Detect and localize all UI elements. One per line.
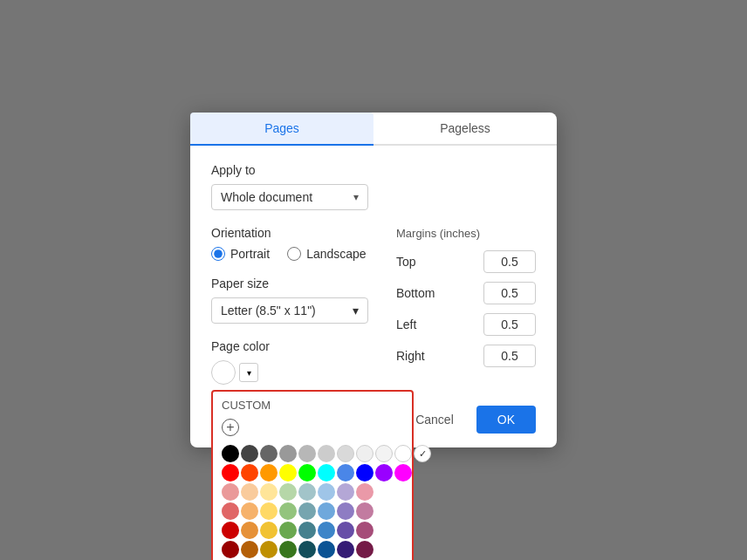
color-cell[interactable] <box>318 541 335 558</box>
color-cell[interactable] <box>260 541 278 558</box>
color-cell[interactable] <box>241 522 258 539</box>
margins-label: Margins <box>396 227 440 240</box>
add-custom-color-row[interactable]: + <box>222 419 403 436</box>
margin-left-row: Left <box>396 313 536 336</box>
color-cell[interactable] <box>356 445 374 462</box>
color-cell[interactable] <box>279 541 297 558</box>
color-cell[interactable] <box>241 502 258 520</box>
margins-section: Margins (inches) Top Bottom Left Right <box>396 226 536 395</box>
landscape-radio[interactable] <box>287 247 301 261</box>
dialog-body: Apply to Whole document ▾ Orientation Po… <box>190 163 557 395</box>
margin-right-row: Right <box>396 345 536 367</box>
tab-pageless[interactable]: Pageless <box>374 113 557 146</box>
color-cell[interactable] <box>260 483 278 501</box>
color-cell[interactable] <box>279 522 297 539</box>
color-cell[interactable] <box>298 522 316 539</box>
color-cell[interactable] <box>279 464 297 481</box>
color-cell[interactable] <box>356 522 374 539</box>
color-cell[interactable] <box>222 445 239 462</box>
color-cell[interactable] <box>241 464 258 481</box>
custom-color-popup: CUSTOM + <box>211 390 414 560</box>
top-input[interactable] <box>483 250 536 273</box>
color-cell[interactable] <box>337 445 354 462</box>
color-cell[interactable] <box>222 522 239 539</box>
color-cell[interactable] <box>298 464 316 481</box>
tab-bar: Pages Pageless <box>190 113 557 146</box>
color-dropdown-button[interactable]: ▾ <box>239 363 258 382</box>
portrait-radio-label[interactable]: Portrait <box>211 247 270 261</box>
margin-top-row: Top <box>396 250 536 273</box>
color-cell[interactable] <box>356 502 374 520</box>
color-cell[interactable] <box>222 541 239 558</box>
color-cell[interactable] <box>222 502 239 520</box>
color-cell[interactable] <box>356 541 374 558</box>
color-cell[interactable] <box>414 445 431 462</box>
custom-label: CUSTOM <box>222 399 403 412</box>
color-cell[interactable] <box>337 541 354 558</box>
color-cell[interactable] <box>260 522 278 539</box>
color-grid <box>222 445 403 560</box>
apply-to-value: Whole document <box>221 190 312 204</box>
color-cell[interactable] <box>279 445 297 462</box>
color-cell[interactable] <box>279 483 297 501</box>
color-cell[interactable] <box>337 483 354 501</box>
color-cell[interactable] <box>279 502 297 520</box>
main-columns: Orientation Portrait Landscape Paper siz… <box>211 226 536 395</box>
paper-size-dropdown[interactable]: Letter (8.5" x 11") ▾ <box>211 297 368 324</box>
color-cell[interactable] <box>318 502 335 520</box>
page-color-section: Page color ▾ <box>211 339 375 385</box>
bottom-label: Bottom <box>396 286 435 300</box>
orientation-row: Portrait Landscape <box>211 247 375 261</box>
orientation-label: Orientation <box>211 226 375 240</box>
landscape-radio-label[interactable]: Landscape <box>287 247 367 261</box>
portrait-radio[interactable] <box>211 247 225 261</box>
color-cell[interactable] <box>337 522 354 539</box>
paper-size-value: Letter (8.5" x 11") <box>221 304 316 318</box>
color-cell[interactable] <box>394 464 412 481</box>
color-cell[interactable] <box>356 483 374 501</box>
color-cell[interactable] <box>375 464 393 481</box>
page-setup-dialog: Pages Pageless Apply to Whole document ▾… <box>190 113 557 447</box>
page-color-label: Page color <box>211 339 375 353</box>
color-cell[interactable] <box>356 464 374 481</box>
color-swatch-button[interactable] <box>211 360 236 385</box>
color-cell[interactable] <box>337 464 354 481</box>
color-cell[interactable] <box>298 541 316 558</box>
tab-pages[interactable]: Pages <box>190 113 374 146</box>
color-cell[interactable] <box>260 502 278 520</box>
color-cell[interactable] <box>241 483 258 501</box>
apply-to-dropdown[interactable]: Whole document ▾ <box>211 184 368 210</box>
color-cell[interactable] <box>298 445 316 462</box>
margins-title: Margins (inches) <box>396 226 536 240</box>
left-label: Left <box>396 318 435 331</box>
landscape-label: Landscape <box>306 247 367 261</box>
margin-bottom-row: Bottom <box>396 282 536 304</box>
color-cell[interactable] <box>260 464 278 481</box>
color-cell[interactable] <box>241 541 258 558</box>
color-cell[interactable] <box>318 464 335 481</box>
bottom-input[interactable] <box>483 282 536 304</box>
left-column: Orientation Portrait Landscape Paper siz… <box>211 226 375 395</box>
color-cell[interactable] <box>298 483 316 501</box>
right-label: Right <box>396 349 435 363</box>
color-cell[interactable] <box>222 464 239 481</box>
color-cell[interactable] <box>318 445 335 462</box>
color-cell[interactable] <box>222 483 239 501</box>
color-cell[interactable] <box>318 483 335 501</box>
portrait-label: Portrait <box>230 247 270 261</box>
color-cell[interactable] <box>260 445 278 462</box>
add-icon: + <box>222 419 239 436</box>
color-button-row: ▾ <box>211 360 375 385</box>
ok-button[interactable]: OK <box>476 406 536 434</box>
color-cell[interactable] <box>241 445 258 462</box>
color-cell[interactable] <box>298 502 316 520</box>
color-cell[interactable] <box>318 522 335 539</box>
paper-size-arrow-icon: ▾ <box>353 304 359 318</box>
left-input[interactable] <box>483 313 536 336</box>
right-input[interactable] <box>483 345 536 367</box>
color-cell[interactable] <box>394 445 412 462</box>
apply-to-label: Apply to <box>211 163 536 177</box>
color-cell[interactable] <box>375 445 393 462</box>
apply-to-arrow-icon: ▾ <box>353 191 359 203</box>
color-cell[interactable] <box>337 502 354 520</box>
